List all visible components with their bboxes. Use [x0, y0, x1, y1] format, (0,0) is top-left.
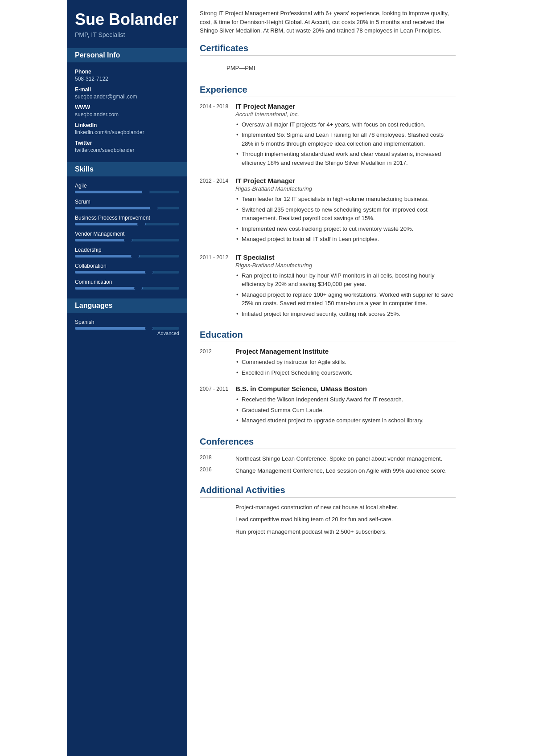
additional-heading: Additional Activities [200, 485, 456, 498]
activity-spacer [200, 527, 235, 536]
experience-details: IT Project ManagerAccurit International,… [235, 102, 456, 169]
experience-bullet: Managed project to train all IT staff in… [235, 235, 456, 244]
personal-info-label: E-mail [75, 86, 179, 93]
experience-company: Rigas-Bratland Manufacturing [235, 185, 456, 192]
experience-bullet: Team leader for 12 IT specialists in hig… [235, 195, 456, 204]
activity-spacer [200, 503, 235, 512]
summary: Strong IT Project Management Professiona… [200, 9, 456, 35]
education-institution: B.S. in Computer Science, UMass Boston [235, 385, 456, 392]
education-bullet: Managed student project to upgrade compu… [235, 416, 456, 425]
education-bullet: Commended by instructor for Agile skills… [235, 358, 456, 367]
education-entry: 2012Project Management InstituteCommende… [200, 347, 456, 379]
skill-bar-segment [142, 191, 150, 193]
skill-bar-background [75, 223, 179, 225]
cert-entry: PMP—PMI [200, 61, 456, 75]
skill-bar-background [75, 271, 179, 274]
education-year: 2007 - 2011 [200, 385, 235, 427]
experience-bullet: Initiated project for improved security,… [235, 310, 456, 319]
skill-item: Leadership [75, 247, 179, 257]
personal-info-item: WWWsueqbolander.com [75, 104, 179, 118]
certificates-heading: Certificates [200, 43, 456, 56]
experience-heading: Experience [200, 85, 456, 97]
personal-info-value: sueqbolander.com [75, 111, 179, 118]
experience-dates: 2014 - 2018 [200, 102, 235, 169]
skills-heading: Skills [67, 162, 187, 176]
activity-entry: Project-managed construction of new cat … [200, 503, 456, 512]
language-bar-fill [75, 327, 153, 330]
personal-info-label: Twitter [75, 140, 179, 146]
skill-bar-fill [75, 287, 143, 290]
experience-bullets: Oversaw all major IT projects for 4+ yea… [235, 120, 456, 168]
language-item: SpanishAdvanced [75, 319, 179, 336]
education-year: 2012 [200, 347, 235, 379]
skill-bar-background [75, 239, 179, 241]
experience-bullet: Ran project to install hour-by-hour WIP … [235, 271, 456, 289]
conference-year: 2016 [200, 466, 235, 475]
education-entry: 2007 - 2011B.S. in Computer Science, UMa… [200, 385, 456, 427]
experience-job-title: IT Project Manager [235, 102, 456, 110]
personal-info-value: linkedin.com/in/sueqbolander [75, 129, 179, 135]
education-bullet: Received the Wilson Independent Study Aw… [235, 395, 456, 404]
experience-details: IT Project ManagerRigas-Bratland Manufac… [235, 177, 456, 245]
language-bar-background [75, 327, 179, 330]
candidate-name: Sue Bolander [75, 11, 179, 29]
skill-bar-segment [134, 287, 142, 290]
personal-info-label: LinkedIn [75, 122, 179, 128]
skill-name: Communication [75, 279, 179, 285]
skill-name: Agile [75, 183, 179, 189]
personal-info-value: 508-312-7122 [75, 76, 179, 82]
experience-entry: 2011 - 2012IT SpecialistRigas-Bratland M… [200, 253, 456, 320]
activity-desc: Project-managed construction of new cat … [235, 503, 456, 512]
personal-info-heading: Personal Info [67, 48, 187, 62]
experience-details: IT SpecialistRigas-Bratland Manufacturin… [235, 253, 456, 320]
skill-bar-fill [75, 191, 150, 193]
experience-bullets: Team leader for 12 IT specialists in hig… [235, 195, 456, 244]
personal-info-label: WWW [75, 104, 179, 110]
experience-bullet: Implemented new cost-tracking project to… [235, 225, 456, 233]
skill-bar-segment [137, 223, 145, 225]
language-level: Advanced [75, 331, 179, 336]
skill-item: Business Process Improvement [75, 215, 179, 225]
languages-heading: Languages [67, 298, 187, 313]
education-bullets: Received the Wilson Independent Study Aw… [235, 395, 456, 425]
experience-entries: 2014 - 2018IT Project ManagerAccurit Int… [200, 102, 456, 320]
experience-dates: 2012 - 2014 [200, 177, 235, 245]
conferences-heading: Conferences [200, 437, 456, 449]
activity-desc: Run project management podcast with 2,50… [235, 527, 456, 536]
certificates-section: Certificates PMP—PMI [200, 43, 456, 75]
education-entries: 2012Project Management InstituteCommende… [200, 347, 456, 427]
personal-info-item: E-mailsueqbolander@gmail.com [75, 86, 179, 100]
skill-bar-fill [75, 207, 158, 209]
personal-info-value: twitter.com/sueqbolander [75, 147, 179, 153]
experience-bullet: Implemented Six Sigma and Lean Training … [235, 131, 456, 148]
skill-item: Scrum [75, 199, 179, 209]
personal-info-block: Phone508-312-7122E-mailsueqbolander@gmai… [75, 69, 179, 153]
language-name: Spanish [75, 319, 179, 325]
skill-item: Collaboration [75, 263, 179, 274]
skill-item: Communication [75, 279, 179, 290]
conference-desc: Change Management Conference, Led sessio… [235, 466, 456, 475]
experience-bullet: Through implementing standardized work a… [235, 150, 456, 167]
skill-bar-segment [145, 271, 153, 274]
sidebar: Sue Bolander PMP, IT Specialist Personal… [67, 0, 187, 756]
skill-name: Vendor Management [75, 231, 179, 237]
experience-bullets: Ran project to install hour-by-hour WIP … [235, 271, 456, 319]
experience-bullet: Switched all 235 employees to new schedu… [235, 205, 456, 223]
conferences-entries: 2018Northeast Shingo Lean Conference, Sp… [200, 454, 456, 475]
experience-company: Rigas-Bratland Manufacturing [235, 262, 456, 269]
education-section: Education 2012Project Management Institu… [200, 330, 456, 427]
activity-desc: Lead competitive road biking team of 20 … [235, 515, 456, 524]
experience-entry: 2012 - 2014IT Project ManagerRigas-Bratl… [200, 177, 456, 245]
skill-item: Vendor Management [75, 231, 179, 241]
skill-bar-segment [124, 239, 132, 241]
experience-company: Accurit International, Inc. [235, 111, 456, 118]
skill-bar-fill [75, 223, 146, 225]
additional-entries: Project-managed construction of new cat … [200, 503, 456, 536]
education-institution: Project Management Institute [235, 347, 456, 355]
education-details: B.S. in Computer Science, UMass BostonRe… [235, 385, 456, 427]
skill-bar-background [75, 287, 179, 290]
main-content: Strong IT Project Management Professiona… [187, 0, 468, 756]
skill-name: Collaboration [75, 263, 179, 269]
skill-bar-fill [75, 255, 140, 257]
experience-entry: 2014 - 2018IT Project ManagerAccurit Int… [200, 102, 456, 169]
